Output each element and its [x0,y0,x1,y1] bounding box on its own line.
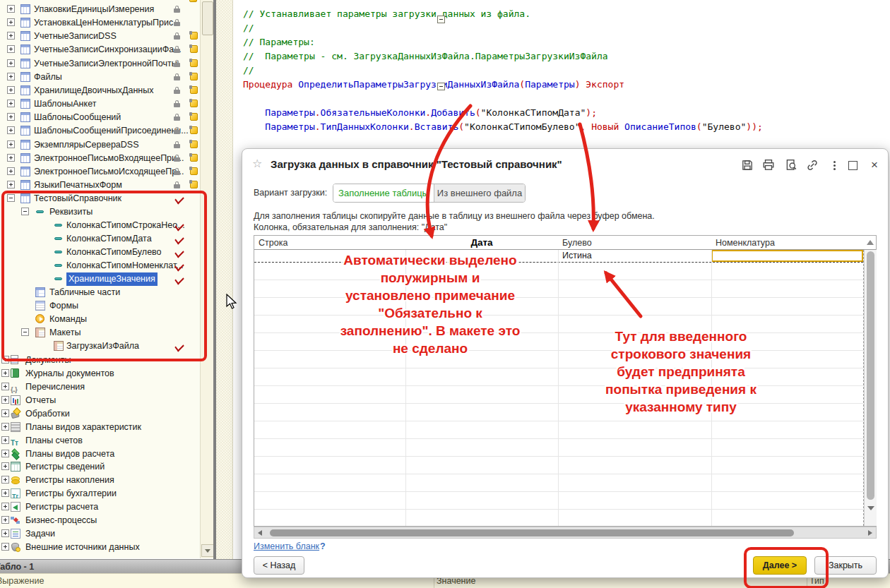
tree-item[interactable]: ЭкземплярыСервераDSS [0,138,200,152]
scroll-up-icon[interactable] [867,240,874,245]
tree-item-label: УчетныеЗаписиDSS [34,30,117,43]
help-link[interactable]: ? [320,541,326,551]
column-header[interactable]: Булево [558,236,711,250]
table-vertical-scrollbar[interactable] [864,250,877,526]
tree-item[interactable]: Обработки [0,407,200,421]
tree-scrollbar-down-arrow-icon[interactable] [201,544,214,557]
tree-item-label: ШаблоныСообщений [34,111,121,124]
expander-icon[interactable] [1,396,9,404]
tree-item[interactable]: Регистры расчета [0,500,200,514]
tree-item[interactable]: УчетныеЗаписиЭлектроннойПочты [0,57,200,71]
tree-item[interactable]: Регистры сведений [0,460,200,474]
reports-icon [11,395,20,405]
tree-item[interactable]: ШаблоныСообщенийПрисоединенн... [0,124,200,138]
edit-form-link[interactable]: Изменить бланк [254,541,319,551]
expander-icon[interactable] [1,409,9,417]
expander-icon[interactable] [1,423,9,431]
tree-item[interactable]: УчетныеЗаписиСинхронизацииФа... [0,43,200,56]
expander-icon[interactable] [7,140,15,148]
active-cell[interactable] [711,250,863,262]
table-cell-boolean[interactable]: Истина [562,251,592,260]
link-icon[interactable] [805,159,820,173]
expander-icon[interactable] [1,436,9,444]
tree-item[interactable]: Планы видов характеристик [0,421,200,434]
save-icon[interactable] [740,159,755,173]
tree-item[interactable]: Бизнес-процессы [0,514,200,527]
expander-icon[interactable] [7,73,15,80]
watch-panel-title: Табло - 1 [0,560,34,574]
tree-item-label: Обработки [25,407,70,421]
expander-icon[interactable] [1,489,9,497]
tree-item[interactable]: УчетныеЗаписиDSS [0,30,200,43]
scroll-right-icon[interactable] [868,530,872,536]
tree-item[interactable]: ХранилищеДвоичныхДанных [0,84,200,97]
tree-item[interactable]: Регистры бухгалтерии [0,487,200,500]
tree-item[interactable]: УпаковкиЕдиницыИзмерения [0,3,200,16]
tree-item[interactable]: Планы счетов [0,434,200,448]
expander-icon[interactable] [1,369,9,377]
back-button[interactable]: < Назад [254,556,304,575]
business-processes-icon [11,515,20,525]
expander-icon[interactable] [1,543,9,551]
expander-icon[interactable] [1,450,9,457]
expander-icon[interactable] [1,516,9,524]
expander-icon[interactable] [7,167,15,175]
column-header[interactable]: Номенклатура [711,236,863,250]
annotation-line: строкового значения [575,345,787,363]
information-registers-icon [11,462,20,472]
tree-scrollbar-thumb[interactable] [202,1,213,35]
expander-icon[interactable] [7,32,15,40]
scrollbar-thumb[interactable] [867,251,874,500]
tree-item[interactable]: Задачи [0,527,200,541]
fold-minus-icon[interactable] [437,83,445,90]
tree-item[interactable]: Отчеты [0,394,200,407]
expander-icon[interactable] [7,181,15,188]
yellow-object-icon [190,73,198,80]
expander-icon[interactable] [1,476,9,484]
tree-item[interactable]: Файлы [0,71,200,84]
tree-item[interactable]: ЭлектронноеПисьмоВходящееПри... [0,152,200,165]
expander-icon[interactable] [7,154,15,162]
tree-item-label: Перечисления [25,380,85,394]
expander-icon[interactable] [7,45,15,53]
tree-item[interactable]: УстановкаЦенНоменклатурыПрис... [0,16,200,30]
maximize-icon[interactable] [846,159,861,173]
fold-minus-icon[interactable] [437,16,445,23]
tab-external-file[interactable]: Из внешнего файла [434,184,525,202]
expander-icon[interactable] [1,462,9,470]
column-header[interactable]: Дата [405,236,558,250]
expander-icon[interactable] [1,529,9,537]
tree-item[interactable]: ШаблоныАнкет [0,97,200,111]
code-line [233,92,243,106]
scroll-down-icon[interactable] [865,503,876,514]
close-icon[interactable]: × [867,159,882,173]
tree-item[interactable]: ЭлектронноеПисьмоИсходящееПр... [0,165,200,179]
tree-item[interactable]: Журналы документов [0,367,200,380]
expander-icon[interactable] [7,18,15,26]
favorite-star-icon[interactable]: ☆ [252,157,262,170]
tree-item[interactable]: ШаблоныСообщений [0,111,200,124]
scrollbar-thumb[interactable] [270,529,794,536]
preview-icon[interactable] [783,159,799,173]
tree-item[interactable]: Внешние источники данных [0,541,200,554]
tree-item[interactable]: Регистры накопления [0,474,200,487]
expander-icon[interactable] [7,59,15,67]
column-header[interactable]: Строка [254,236,405,250]
expander-icon[interactable] [1,383,9,390]
expander-icon[interactable] [7,126,15,134]
expander-icon[interactable] [1,503,9,510]
expander-icon[interactable] [7,86,15,94]
annotation-line: будет предпринята [575,363,787,380]
tab-fill-table[interactable]: Заполнение таблицы [333,184,434,202]
tree-item[interactable]: Планы видов расчета [0,448,200,461]
scroll-left-icon[interactable] [258,530,262,536]
expander-icon[interactable] [7,113,15,121]
table-horizontal-scrollbar[interactable] [254,527,877,539]
tree-item-label: ЭлектронноеПисьмоИсходящееПр... [34,165,184,179]
tree-item-label: УчетныеЗаписиЭлектроннойПочты [34,57,178,71]
expander-icon[interactable] [7,5,15,13]
print-icon[interactable] [761,159,776,173]
expander-icon[interactable] [7,100,15,107]
tree-item[interactable]: Перечисления [0,380,200,394]
more-icon[interactable] [827,159,843,173]
